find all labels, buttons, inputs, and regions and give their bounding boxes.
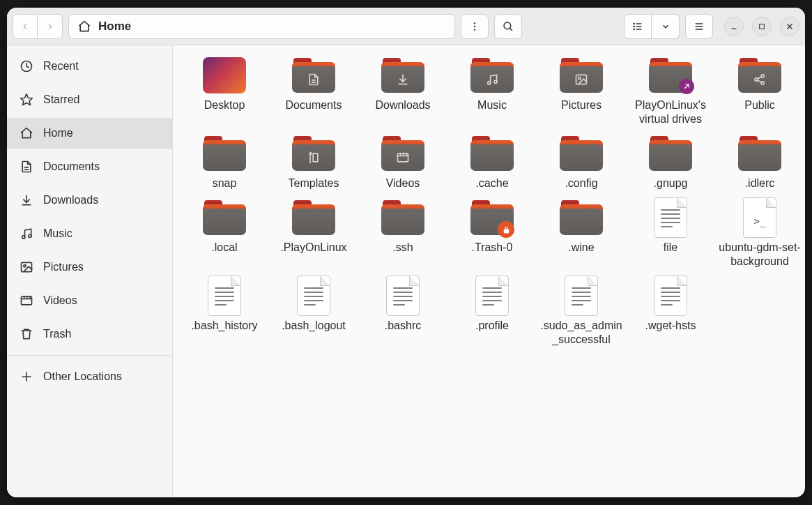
file-item[interactable]: Music (447, 52, 537, 126)
svg-point-39 (488, 82, 491, 84)
symlink-badge-icon (679, 79, 694, 94)
svg-point-40 (494, 80, 497, 83)
file-item[interactable]: .bashrc (358, 273, 447, 347)
text-file-icon (290, 276, 337, 316)
file-item[interactable]: .PlayOnLinux (269, 195, 358, 269)
folder-icon (647, 133, 694, 174)
chevron-right-icon (45, 22, 55, 31)
file-item-label: .wget-hsts (645, 319, 696, 333)
svg-rect-49 (313, 153, 318, 162)
sidebar-item-label: Documents (43, 160, 100, 173)
sidebar-item-label: Recent (43, 60, 79, 73)
file-item[interactable]: .ssh (358, 195, 447, 269)
file-item[interactable]: .local (180, 195, 269, 269)
minimize-button[interactable] (724, 17, 744, 36)
chevron-down-icon (661, 22, 671, 31)
file-item[interactable]: Public (715, 52, 804, 126)
svg-marker-19 (21, 94, 33, 105)
file-item-label: Music (477, 98, 507, 112)
file-item-label: .wine (568, 241, 594, 255)
sidebar-item-documents[interactable]: Documents (7, 151, 172, 182)
sidebar-item-pictures[interactable]: Pictures (7, 252, 172, 282)
svg-point-3 (504, 22, 511, 29)
svg-point-27 (24, 265, 26, 267)
icon-grid: DesktopDocumentsDownloadsMusicPicturesPl… (180, 52, 798, 347)
sidebar-item-videos[interactable]: Videos (7, 285, 172, 316)
file-item[interactable]: .bash_logout (269, 273, 358, 347)
view-dropdown-button[interactable] (652, 14, 680, 39)
file-item[interactable]: Downloads (358, 52, 447, 126)
folder-icon (468, 197, 516, 238)
file-item[interactable]: .cache (447, 130, 537, 190)
more-button[interactable] (461, 14, 489, 39)
picture-icon (20, 260, 33, 274)
icon-view-button[interactable] (624, 14, 652, 39)
folder-icon (379, 133, 427, 174)
hamburger-menu-button[interactable] (685, 14, 713, 39)
back-button[interactable] (13, 14, 38, 39)
sidebar-item-downloads[interactable]: Downloads (7, 185, 172, 216)
list-icon (632, 21, 643, 32)
file-manager-window: Home (7, 8, 805, 497)
file-item[interactable]: Videos (358, 130, 447, 190)
file-item[interactable]: .idlerc (715, 130, 804, 190)
file-item-label: .bash_logout (282, 319, 346, 333)
maximize-icon (758, 23, 765, 30)
file-item[interactable]: .config (537, 130, 626, 190)
file-item[interactable]: Documents (269, 52, 358, 126)
sidebar-item-music[interactable]: Music (7, 218, 172, 249)
kebab-icon (469, 21, 480, 32)
pathbar[interactable]: Home (68, 14, 455, 39)
file-item-label: .idlerc (745, 176, 775, 190)
sidebar-item-other-locations[interactable]: Other Locations (7, 361, 172, 392)
svg-point-9 (634, 29, 634, 29)
sidebar-item-label: Videos (43, 294, 77, 307)
sidebar-item-starred[interactable]: Starred (7, 84, 172, 115)
content-area[interactable]: DesktopDocumentsDownloadsMusicPicturesPl… (173, 45, 805, 497)
file-item[interactable]: Desktop (180, 52, 269, 126)
sidebar-item-trash[interactable]: Trash (7, 319, 172, 349)
maximize-button[interactable] (752, 17, 772, 36)
sidebar-item-label: Starred (43, 93, 79, 106)
file-item-label: .gnupg (654, 176, 688, 190)
folder-icon (647, 55, 694, 96)
file-item[interactable]: .wine (537, 195, 626, 269)
file-item[interactable]: .Trash-0 (447, 195, 537, 269)
svg-rect-15 (760, 24, 765, 29)
sidebar-item-home[interactable]: Home (7, 118, 172, 149)
file-item[interactable]: snap (180, 130, 269, 190)
file-item[interactable]: .bash_history (180, 273, 269, 347)
svg-point-25 (29, 234, 31, 237)
file-item-label: ubuntu-gdm-set-background (719, 241, 801, 269)
text-file-icon (201, 276, 248, 316)
folder-icon (290, 55, 337, 96)
file-item-label: Desktop (204, 98, 245, 112)
forward-button[interactable] (38, 14, 63, 39)
svg-line-43 (684, 84, 689, 89)
file-item[interactable]: Pictures (537, 52, 626, 126)
file-item[interactable]: .wget-hsts (626, 273, 715, 347)
folder-icon (558, 197, 605, 238)
folder-icon (558, 55, 605, 96)
folder-icon (290, 197, 337, 238)
file-item[interactable]: >_ubuntu-gdm-set-background (715, 195, 804, 269)
file-item-label: .Trash-0 (472, 241, 513, 255)
close-button[interactable] (780, 17, 799, 36)
sidebar-item-recent[interactable]: Recent (7, 51, 172, 82)
sidebar-item-label: Home (43, 127, 73, 140)
file-item-label: snap (213, 176, 237, 190)
file-item-label: Videos (386, 176, 420, 190)
file-item[interactable]: .profile (447, 273, 537, 347)
file-item[interactable]: .sudo_as_admin_successful (537, 273, 626, 347)
svg-point-5 (634, 23, 634, 24)
body: RecentStarredHomeDocumentsDownloadsMusic… (7, 45, 805, 497)
file-item-label: PlayOnLinux's virtual drives (629, 98, 712, 126)
file-item[interactable]: file (626, 195, 715, 269)
file-item[interactable]: Templates (269, 130, 358, 190)
file-item[interactable]: PlayOnLinux's virtual drives (626, 52, 715, 126)
folder-icon (379, 55, 427, 96)
file-item-label: .config (565, 176, 597, 190)
file-item[interactable]: .gnupg (626, 130, 715, 190)
svg-point-2 (474, 29, 475, 30)
search-button[interactable] (494, 14, 522, 39)
